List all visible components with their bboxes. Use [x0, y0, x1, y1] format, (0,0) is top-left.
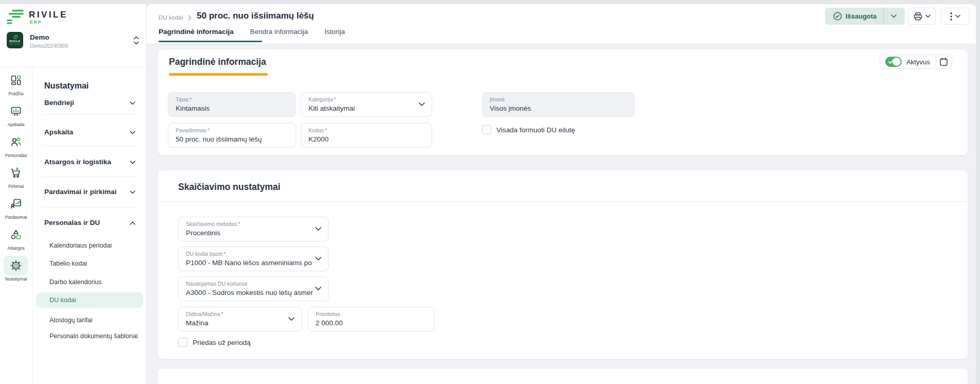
field-value: 50 proc. nuo išsiimamų lėšų [176, 135, 288, 143]
general-info-card: Pagrindinė informacija Aktyvus Tipas Kin… [157, 49, 968, 155]
sidebar-subitem-du-kodai[interactable]: DU kodai [49, 295, 76, 305]
field-value: Visos įmonės [490, 104, 627, 112]
field-label: Pavadinimas [176, 127, 288, 134]
card-title: Pagrindinė informacija [169, 57, 266, 67]
brand-logo-icon[interactable] [6, 9, 26, 25]
rail-label: Pardavimai [5, 215, 27, 220]
more-actions-button[interactable] [941, 8, 969, 25]
gear-icon [4, 256, 28, 275]
shapes-icon [4, 225, 28, 245]
company-code: Demo20240906 [30, 43, 68, 49]
field-value: K2000 [308, 135, 424, 143]
active-toggle[interactable] [885, 57, 902, 67]
saved-label: Išsaugota [846, 12, 877, 20]
field-tipas[interactable]: Tipas Kintamasis [168, 92, 296, 117]
sidebar-subitem-darbo-kalendorius[interactable]: Darbo kalendorius [49, 277, 101, 287]
sidebar-item-atsargos-logistika[interactable]: Atsargos ir logistika [44, 157, 111, 167]
checkbox-visada-formuoti[interactable]: Visada formuoti DU eilutę [482, 125, 575, 134]
people-icon [4, 132, 28, 152]
saved-split-button: Išsaugota [825, 8, 905, 25]
sidebar-item-personalas-du[interactable]: Personalas ir DU [44, 218, 100, 228]
chevron-down-icon[interactable] [130, 131, 135, 134]
chevron-down-icon [315, 257, 321, 261]
saved-dropdown-button[interactable] [884, 8, 903, 25]
rail-label: Apskaita [8, 122, 25, 127]
sales-icon [4, 194, 28, 214]
accounting-board-icon [4, 101, 28, 121]
checkbox-icon [178, 338, 187, 347]
field-value: Procentinis [186, 229, 321, 237]
title-underline [169, 73, 268, 76]
breadcrumb[interactable]: DU kodai [159, 14, 183, 21]
sidebar-item-apskaita[interactable]: Apskaita [44, 127, 73, 137]
field-kodas[interactable]: Kodas K2000 [301, 123, 432, 148]
checkbox-icon [482, 125, 491, 134]
company-selector[interactable]: RIVILE ERP Demo Demo Demo20240906 [0, 30, 147, 53]
rail-item-personalas[interactable]: Personalas [0, 130, 32, 161]
chevron-down-icon [419, 102, 425, 107]
rail-item-nustatymai[interactable]: Nustatymai [0, 253, 32, 284]
rail-item-apskaita[interactable]: Apskaita [0, 99, 32, 130]
saved-button[interactable]: Išsaugota [827, 8, 884, 25]
page-header: DU kodai 50 proc. nuo išsiimamų lėšų Pag… [147, 4, 976, 44]
field-label: Prioritetas [316, 311, 427, 318]
chevron-down-icon[interactable] [130, 190, 135, 194]
chevron-down-icon [288, 317, 295, 321]
field-label: Kategorija [308, 96, 424, 103]
sidebar-subitem-kalendoriaus-periodai[interactable]: Kalendoriaus periodai [49, 240, 112, 251]
tab-pagrindine-informacija[interactable]: Pagrindinė informacija [159, 28, 234, 42]
field-value: Kintamasis [176, 104, 288, 112]
field-skaiciavimo-metodas[interactable]: Skaičiavimo metodas Procentinis [178, 217, 329, 241]
chevron-down-icon [315, 287, 321, 291]
field-prioritetas[interactable]: Prioritetas 2 000.00 [308, 307, 435, 331]
field-label: Naudojamas DU koduose [186, 281, 321, 287]
sidebar-subitem-tabelio-kodai[interactable]: Tabelio kodai [49, 258, 87, 269]
rail-item-pradzia[interactable]: Pradžia [0, 68, 32, 99]
toggle-knob [892, 58, 901, 66]
field-didina-mazina[interactable]: Didina/Mažina Mažina [178, 307, 302, 331]
sidebar-subitem-personalo-dokumentu-sablonai[interactable]: Personalo dokumentų šablonai [49, 331, 138, 341]
rail-label: Pirkimai [8, 184, 24, 189]
breadcrumb-chevron-icon [188, 15, 192, 21]
rail-label: Nustatymai [5, 276, 27, 282]
next-section-card [157, 368, 968, 384]
unfold-more-icon [133, 36, 140, 45]
tab-bendra-informacija[interactable]: Bendra informacija [250, 28, 308, 42]
field-value: 2 000.00 [316, 319, 427, 327]
calendar-icon [940, 58, 948, 66]
field-value: P1000 - MB Nario lėšos asmeniniams po [186, 259, 315, 267]
field-label: Kodas [308, 127, 424, 134]
calculation-settings-card: Skaičiavimo nustatymai Skaičiavimo metod… [157, 170, 968, 359]
field-imone[interactable]: Įmonė Visos įmonės [482, 92, 634, 117]
brand-name: RIVILE [29, 10, 68, 20]
field-kategorija[interactable]: Kategorija Kiti atskaitymai [301, 92, 432, 117]
chevron-up-icon[interactable] [130, 221, 135, 225]
calendar-button[interactable] [936, 55, 952, 69]
checkbox-priedas-uz-perioda[interactable]: Priedas už periodą [178, 338, 251, 347]
printer-icon [914, 12, 922, 21]
chevron-down-icon [925, 14, 931, 18]
field-naudojamas-du-koduose[interactable]: Naudojamas DU koduose A3000 - Sodros mok… [178, 276, 329, 301]
status-group: Aktyvus [880, 55, 952, 69]
rail-item-pardavimai[interactable]: Pardavimai [0, 191, 32, 222]
field-pavadinimas[interactable]: Pavadinimas 50 proc. nuo išsiimamų lėšų [168, 123, 296, 148]
sidebar-heading: Nustatymai [44, 81, 89, 91]
rail-item-pirkimai[interactable]: Pirkimai [0, 161, 32, 191]
sidebar-item-pardavimai-pirkimai[interactable]: Pardavimai ir pirkimai [44, 187, 116, 197]
print-button[interactable] [908, 8, 936, 25]
field-du-kodai-bazei[interactable]: DU kodai bazei P1000 - MB Nario lėšos as… [178, 247, 329, 271]
tab-istorija[interactable]: Istorija [324, 28, 345, 42]
rail-item-atsargos[interactable]: Atsargos [0, 222, 32, 253]
chevron-down-icon[interactable] [130, 161, 135, 164]
field-label: Įmonė [490, 96, 627, 103]
field-label: Tipas [176, 96, 288, 103]
sidebar-item-bendrieji[interactable]: Bendrieji [44, 98, 74, 108]
chevron-down-icon [955, 14, 960, 18]
sidebar-divider [0, 67, 147, 67]
rail-label: Atsargos [7, 246, 25, 251]
sidebar-subitem-atostogu-tarifai[interactable]: Atostogų tarifai [49, 315, 92, 325]
field-value: A3000 - Sodros mokestis nuo lėšų asmer [186, 289, 315, 296]
chevron-down-icon[interactable] [130, 101, 135, 105]
card-title: Skaičiavimo nustatymai [178, 182, 280, 193]
menu-divider [42, 114, 139, 115]
